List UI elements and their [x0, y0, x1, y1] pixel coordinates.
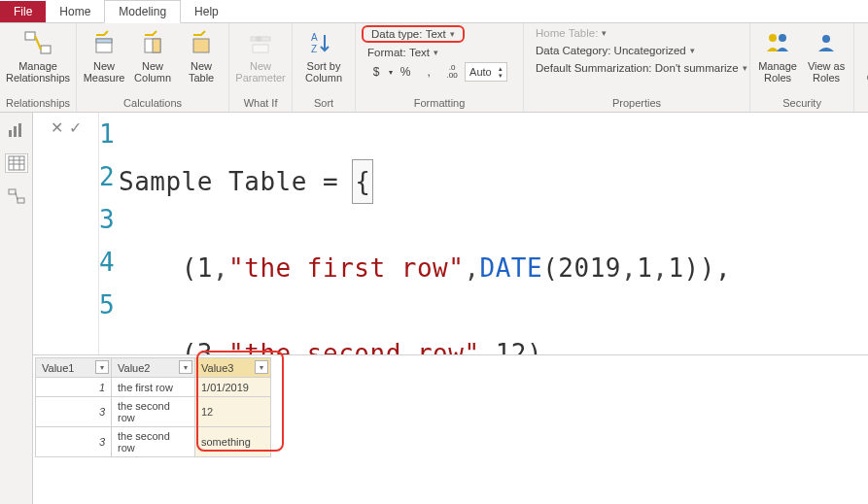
view-rail — [0, 113, 33, 504]
column-header-value1[interactable]: Value1▾ — [36, 358, 112, 378]
currency-button[interactable]: $ — [365, 62, 387, 82]
sort-icon: AZ — [308, 27, 339, 58]
cell[interactable]: 12 — [195, 397, 271, 427]
svg-text:A: A — [311, 32, 318, 43]
measure-icon — [88, 27, 120, 58]
formula-editor[interactable]: Sample Table = { (1,"the first row",DATE… — [119, 113, 731, 354]
viewas-label: View as Roles — [808, 60, 845, 84]
caret-down-icon: ▾ — [450, 29, 455, 39]
cell[interactable]: something — [195, 427, 271, 457]
new-table-button[interactable]: New Table — [180, 25, 223, 84]
tab-help[interactable]: Help — [181, 1, 232, 22]
new-parameter-button[interactable]: New Parameter — [235, 25, 286, 84]
ribbon: Manage Relationships Relationships New M… — [0, 23, 868, 113]
new-group-button[interactable]: New Group — [860, 25, 868, 84]
svg-point-13 — [779, 34, 786, 42]
data-type-dropdown[interactable]: Data type: Text ▾ — [362, 25, 465, 43]
manage-roles-label: Manage Roles — [758, 60, 797, 84]
new-column-button[interactable]: New Column — [131, 25, 174, 84]
ribbon-group-properties: Home Table: ▾ Data Category: Uncategoriz… — [524, 23, 750, 112]
cell[interactable]: the first row — [112, 378, 195, 397]
cell[interactable]: the second row — [112, 427, 195, 457]
report-view-icon — [8, 122, 25, 138]
svg-point-12 — [769, 34, 777, 42]
tab-modeling[interactable]: Modeling — [104, 0, 181, 23]
ribbon-group-label: Properties — [530, 95, 744, 112]
caret-down-icon: ▾ — [743, 63, 747, 73]
cell[interactable]: 3 — [36, 427, 112, 457]
table-row[interactable]: 1 the first row 1/01/2019 — [36, 378, 271, 397]
spinner-arrows-icon: ▴▾ — [499, 65, 503, 79]
filter-dropdown-icon[interactable]: ▾ — [255, 360, 268, 374]
decimal-places-spinner[interactable]: Auto▴▾ — [465, 62, 507, 82]
default-summarization-dropdown[interactable]: Default Summarization: Don't summarize ▾ — [530, 60, 753, 76]
ribbon-group-formatting: Data type: Text ▾ Format: Text ▾ $▾ % , … — [356, 23, 524, 112]
svg-rect-9 — [253, 45, 268, 52]
model-view-icon — [8, 188, 25, 204]
caret-down-icon: ▾ — [690, 46, 695, 55]
format-dropdown[interactable]: Format: Text ▾ — [362, 45, 444, 60]
ribbon-group-groups: New Group Gro — [854, 23, 868, 112]
roles-icon — [762, 27, 793, 58]
caret-down-icon: ▾ — [434, 48, 438, 57]
cell[interactable]: the second row — [112, 397, 195, 427]
ribbon-group-label: Formatting — [362, 95, 517, 112]
datatype-value: Text — [426, 28, 446, 40]
model-view-button[interactable] — [5, 186, 28, 206]
manage-relationships-button[interactable]: Manage Relationships — [13, 25, 63, 84]
cell[interactable]: 1 — [36, 378, 112, 397]
svg-point-14 — [822, 35, 830, 43]
column-header-value2[interactable]: Value2▾ — [112, 358, 195, 378]
filter-dropdown-icon[interactable]: ▾ — [179, 360, 192, 374]
manage-roles-button[interactable]: Manage Roles — [756, 25, 799, 84]
format-label: Format: — [367, 47, 406, 58]
formula-commit-button[interactable]: ✓ — [69, 118, 82, 137]
svg-rect-17 — [9, 130, 12, 137]
filter-dropdown-icon[interactable]: ▾ — [95, 360, 109, 374]
parameter-icon — [245, 27, 276, 58]
caret-down-icon: ▾ — [602, 28, 607, 38]
data-category-dropdown[interactable]: Data Category: Uncategorized ▾ — [530, 43, 701, 58]
ribbon-group-relationships: Manage Relationships Relationships — [0, 23, 77, 112]
cell[interactable]: 1/01/2019 — [195, 378, 271, 397]
ribbon-group-label: Relationships — [6, 95, 70, 112]
tab-home[interactable]: Home — [46, 1, 104, 22]
cell[interactable]: 3 — [36, 397, 112, 427]
formula-bar: ✕ ✓ 1 2 3 4 5 Sample Table = { (1,"the f… — [33, 113, 868, 355]
table-row[interactable]: 3 the second row 12 — [36, 397, 271, 427]
svg-rect-18 — [14, 126, 17, 137]
new-measure-button[interactable]: New Measure — [83, 25, 125, 84]
summarization-value: Don't summarize — [655, 62, 739, 74]
table-row[interactable]: 3 the second row something — [36, 427, 271, 457]
svg-text:Z: Z — [311, 44, 317, 54]
decimal-button[interactable]: .0 .00 — [441, 62, 463, 82]
new-measure-label: New Measure — [84, 60, 125, 84]
sort-by-column-button[interactable]: AZ Sort by Column — [298, 25, 349, 84]
ribbon-group-label: Security — [756, 95, 848, 112]
ribbon-group-whatif: New Parameter What If — [229, 23, 293, 112]
report-view-button[interactable] — [5, 120, 28, 140]
tab-file[interactable]: File — [0, 1, 46, 22]
thousands-button[interactable]: , — [418, 62, 439, 82]
svg-rect-0 — [25, 32, 35, 40]
svg-rect-20 — [9, 156, 24, 170]
tab-strip: File Home Modeling Help — [0, 0, 868, 23]
new-column-label: New Column — [134, 60, 171, 84]
percent-button[interactable]: % — [395, 62, 416, 82]
ribbon-group-label: Sort — [298, 95, 349, 112]
ribbon-group-sort: AZ Sort by Column Sort — [293, 23, 356, 112]
svg-line-27 — [16, 192, 17, 200]
view-as-roles-button[interactable]: View as Roles — [805, 25, 848, 84]
svg-rect-3 — [96, 39, 112, 43]
ribbon-group-calculations: New Measure New Column New Table Calcula… — [77, 23, 229, 112]
data-view-button[interactable] — [5, 153, 28, 173]
column-header-value3[interactable]: Value3▾ — [195, 358, 271, 378]
home-table-dropdown[interactable]: Home Table: ▾ — [530, 25, 612, 41]
formula-cancel-button[interactable]: ✕ — [51, 118, 63, 137]
ribbon-group-label: Gro — [860, 95, 868, 112]
svg-rect-25 — [9, 189, 16, 194]
spinner-value: Auto — [469, 66, 492, 78]
manage-relationships-label: Manage Relationships — [6, 60, 70, 84]
ribbon-group-label: What If — [235, 95, 286, 112]
summarization-label: Default Summarization: — [536, 62, 652, 74]
